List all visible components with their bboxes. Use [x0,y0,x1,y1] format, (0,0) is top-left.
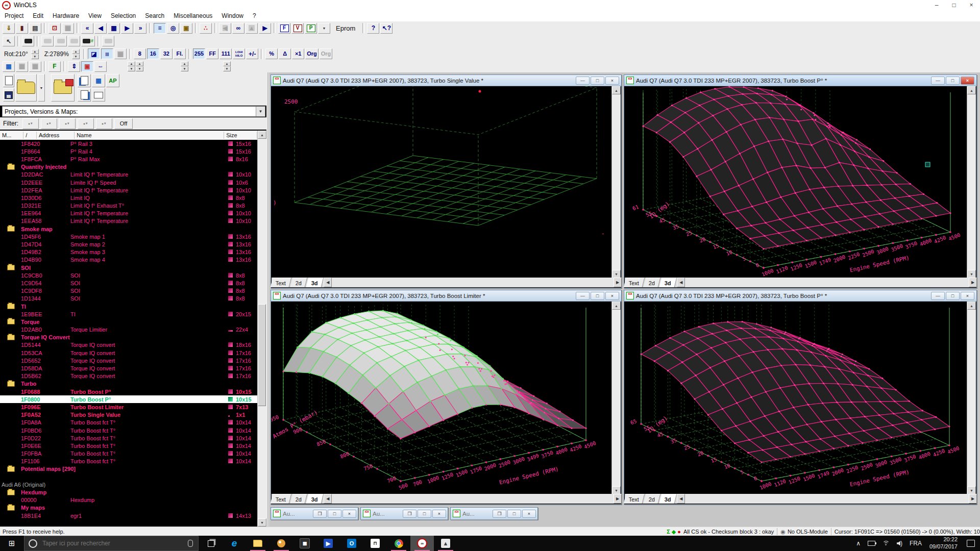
filter-kk-button[interactable]: ▪▼ [96,118,112,129]
tab-text[interactable]: Text [624,494,645,504]
minimize-button[interactable]: – [928,1,945,10]
context-help-button[interactable]: ? [367,23,379,34]
map-row[interactable]: 1F0E6ETurbo Boost fct T°10x14 [0,442,257,449]
last-version-button[interactable]: » [134,23,146,34]
tab-3d[interactable]: 3d [659,494,677,504]
minimized-map-window[interactable]: IOIAu...❐□× [360,507,448,520]
open-project-button[interactable] [15,74,37,102]
scroll-up-icon[interactable]: ▲ [612,302,621,310]
tab-text[interactable]: Text [624,278,645,287]
first-version-button[interactable]: « [81,23,93,34]
menu-window[interactable]: Window [217,11,248,20]
axis-offset-1-spinner[interactable]: ▲▼ [128,61,135,71]
bits-32-button[interactable]: 32 [160,48,173,59]
taskbar-search[interactable] [24,536,199,551]
task-view-button[interactable] [199,536,223,551]
window-maximize-button[interactable]: □ [507,510,521,518]
axis-offset-2-spinner[interactable]: ▲▼ [136,61,143,71]
window-close-button[interactable]: × [961,77,974,85]
map-row[interactable]: 1F8420P° Rail 315x16 [0,140,257,147]
window-minimize-button[interactable]: — [931,292,945,300]
scroll-right-icon[interactable]: ▶ [969,494,977,504]
chart-area[interactable]: 1000112012501500174920002250250030003500… [625,302,968,494]
op-org-button[interactable]: Org [305,48,318,59]
signed-button[interactable]: +/- [246,48,258,59]
tab-3d[interactable]: 3d [306,494,324,504]
window-layout-button[interactable]: ▣ [81,61,93,72]
scroll-left-icon[interactable]: ◀ [324,494,332,504]
menu-edit[interactable]: Edit [28,11,48,20]
map-row[interactable]: 1D4B90Smoke map 413x16 [0,256,257,264]
scroll-up-icon[interactable]: ▲ [612,86,621,94]
map-row[interactable]: 1D58DATorque IQ convert17x16 [0,364,257,372]
open-dropdown-button[interactable]: ▼ [38,74,45,102]
window-hscrollbar[interactable] [685,494,969,504]
taskbar-app-file-explorer[interactable] [246,536,270,551]
selection-pointer-button[interactable]: ↖ [3,36,15,46]
map-row[interactable]: 1F0BD6Turbo Boost fct T°10x14 [0,427,257,434]
search-up-button[interactable]: ▲ [246,23,258,34]
folder-row[interactable]: Potential maps [290] [0,465,257,473]
taskbar-app-edge[interactable]: e [223,536,246,551]
map-row[interactable]: 1D2EEELimite IQ f° Speed10x6 [0,179,257,186]
map-row[interactable]: 1D53CATorque IQ convert17x16 [0,349,257,357]
tab-text[interactable]: Text [271,494,292,504]
folder-row[interactable]: Smoke map [0,225,257,233]
save-project-button[interactable] [3,88,14,102]
map-window[interactable]: IOIAudi Q7 (Audi Q7 3.0 TDI 233 MP+EGR 2… [624,74,977,288]
scroll-down-icon[interactable]: ▼ [967,270,976,278]
grid-display-button[interactable]: ▦ [114,48,127,59]
zoom-spinner[interactable]: ▲▼ [72,49,80,59]
menu-[interactable]: ? [248,11,261,20]
scroll-left-icon[interactable]: ◀ [677,494,685,504]
projects-versions-maps-combo[interactable]: Projects, Versions & Maps: ▼ [2,106,265,117]
previous-version-button[interactable]: ◀ [94,23,107,34]
map-row[interactable]: 1F0A52Turbo Single Value1x1 [0,411,257,419]
map-row[interactable]: 1D49B2Smoke map 313x16 [0,248,257,256]
search-binoculars-button[interactable]: ∞ [232,23,244,34]
menu-view[interactable]: View [84,11,106,20]
taskbar-app-photos[interactable]: ▲ [434,536,457,551]
map-window[interactable]: IOIAudi Q7 (Audi Q7 3.0 TDI 233 MP+EGR 2… [624,290,977,505]
import-file-big-button[interactable] [51,74,75,102]
start-button[interactable]: ⊞ [0,536,23,551]
window-vscrollbar[interactable]: ▲▼ [611,302,621,494]
action-center-icon[interactable] [967,540,975,547]
map-row[interactable]: 1C9DF8SOI8x8 [0,287,257,295]
scroll-down-icon[interactable]: ▼ [612,270,621,278]
microphone-icon[interactable] [188,540,193,547]
chip-program-button[interactable] [68,36,80,46]
axis-offset-3-spinner[interactable]: ▲▼ [181,61,188,71]
map-row[interactable]: 1D5652Torque IQ convert17x16 [0,357,257,364]
window-minimize-button[interactable]: — [931,77,945,85]
connect-points-button[interactable]: ∴ [200,23,212,34]
chip-offline-button[interactable] [102,36,114,46]
map-row[interactable]: 00000Hexdump [0,496,257,504]
scroll-right-icon[interactable]: ▶ [614,278,622,287]
tab-3d[interactable]: 3d [306,278,324,287]
window-restore-button[interactable]: □ [591,292,604,300]
map-row[interactable]: 1D47D4Smoke map 213x16 [0,240,257,248]
filter-delta-button[interactable]: ▪▼ [41,118,57,129]
window-close-button[interactable]: × [961,292,974,300]
map-wizard-2d-button[interactable]: ▦ [16,61,28,72]
map-row[interactable]: 1D2FEALimit IQ f° Temperature10x10 [0,186,257,194]
tab-2d[interactable]: 2d [644,494,661,504]
filter-flag-button[interactable]: ▪▼ [78,118,94,129]
search-input[interactable] [41,539,171,547]
window-close-button[interactable]: × [605,77,619,85]
tab-2d[interactable]: 2d [290,494,308,504]
scroll-right-icon[interactable]: ▶ [614,494,622,504]
project-row[interactable]: Audi A6 (Original) [0,481,257,488]
scroll-left-icon[interactable]: ◀ [324,278,332,287]
map-row[interactable]: 1D5B62Torque IQ convert17x16 [0,372,257,380]
menu-miscellaneous[interactable]: Miscellaneous [169,11,217,20]
taskbar-app-outlook[interactable]: O [340,536,363,551]
display-ff-button[interactable]: FF [206,48,218,59]
window-maximize-button[interactable]: □ [328,510,341,518]
taskbar-app-paint[interactable] [270,536,293,551]
chart-area[interactable]: 1000112012501500174920002250250030003500… [625,86,968,278]
window-close-button[interactable]: × [342,510,356,518]
window-restore-button[interactable]: □ [591,77,604,85]
taskbar-app-calculator[interactable]: ▦ [293,536,316,551]
